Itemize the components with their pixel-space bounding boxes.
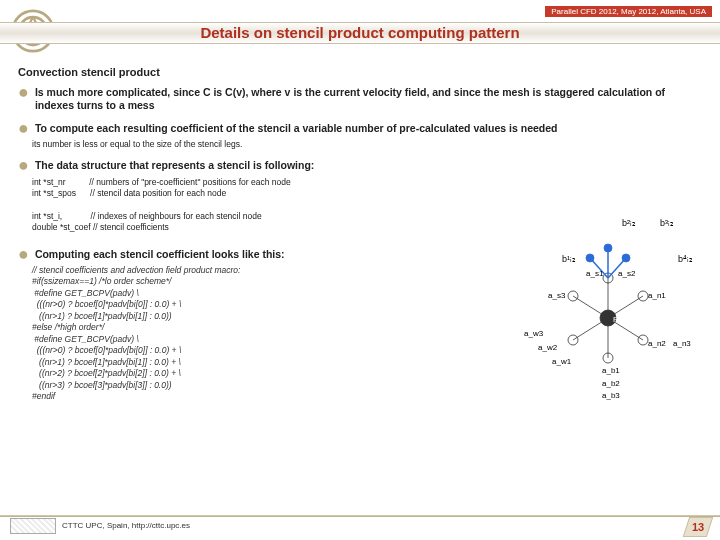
svg-text:b²ᵢ₂: b²ᵢ₂ <box>622 218 636 228</box>
svg-text:a_b3: a_b3 <box>602 391 620 400</box>
bullet-text: Computing each stencil coefficient looks… <box>35 248 285 261</box>
footer-text: CTTC UPC, Spain, http://cttc.upc.es <box>62 521 190 530</box>
bullet-text: To compute each resulting coefficient of… <box>35 122 558 135</box>
svg-text:a_s3: a_s3 <box>548 291 566 300</box>
svg-line-13 <box>573 318 608 340</box>
stencil-diagram: P a_s1a_s2 a_s3a_n1 a_n2a_n3 a_w3a_w2a_w… <box>518 208 698 408</box>
bullet-2: ● To compute each resulting coefficient … <box>18 122 702 135</box>
svg-text:a_b2: a_b2 <box>602 379 620 388</box>
svg-line-14 <box>573 296 608 318</box>
title-bar: Details on stencil product computing pat… <box>0 18 720 48</box>
bullet-text: The data structure that represents a ste… <box>35 159 314 172</box>
svg-text:a_s1: a_s1 <box>586 269 604 278</box>
bullet-icon: ● <box>18 86 29 98</box>
footer: CTTC UPC, Spain, http://cttc.upc.es <box>0 515 720 537</box>
section-heading: Convection stencil product <box>18 66 702 78</box>
bullet-3: ● The data structure that represents a s… <box>18 159 702 172</box>
svg-text:b¹ᵢ₂: b¹ᵢ₂ <box>562 254 576 264</box>
svg-text:a_s2: a_s2 <box>618 269 636 278</box>
content-area: Convection stencil product ● Is much mor… <box>18 60 702 510</box>
bullet-icon: ● <box>18 248 29 260</box>
footer-logo <box>10 518 56 534</box>
svg-text:b⁴ᵢ₂: b⁴ᵢ₂ <box>678 254 693 264</box>
svg-text:a_w3: a_w3 <box>524 329 544 338</box>
svg-text:P: P <box>613 315 618 324</box>
page-number: 13 <box>686 517 710 537</box>
svg-text:a_w2: a_w2 <box>538 343 558 352</box>
svg-text:a_n2: a_n2 <box>648 339 666 348</box>
svg-text:a_n1: a_n1 <box>648 291 666 300</box>
bullet-1: ● Is much more complicated, since C is C… <box>18 86 702 112</box>
svg-text:b³ᵢ₂: b³ᵢ₂ <box>660 218 674 228</box>
svg-text:a_b1: a_b1 <box>602 366 620 375</box>
svg-text:a_n3: a_n3 <box>673 339 691 348</box>
bullet-icon: ● <box>18 159 29 171</box>
bullet-icon: ● <box>18 122 29 134</box>
bullet-text: Is much more complicated, since C is C(v… <box>35 86 702 112</box>
svg-text:a_w1: a_w1 <box>552 357 572 366</box>
venue-bar: Parallel CFD 2012, May 2012, Atlanta, US… <box>545 6 712 17</box>
bullet-2-sub: its number is less or equal to the size … <box>32 139 702 149</box>
page-title: Details on stencil product computing pat… <box>0 18 720 48</box>
